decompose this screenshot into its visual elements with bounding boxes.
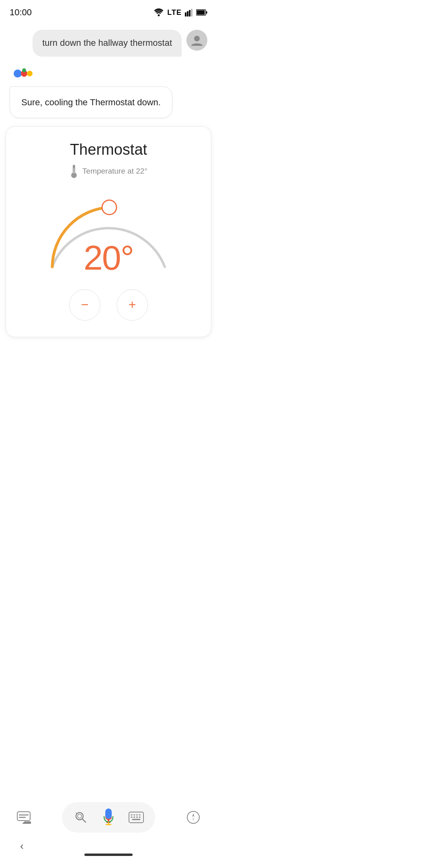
status-icons: LTE (154, 8, 207, 17)
svg-point-0 (158, 14, 160, 16)
thermostat-title: Thermostat (70, 141, 147, 158)
google-logo (11, 65, 37, 82)
user-avatar (186, 30, 207, 51)
svg-rect-1 (185, 12, 186, 16)
assistant-bubble: Sure, cooling the Thermostat down. (10, 86, 172, 118)
increase-temp-button[interactable]: + (117, 289, 148, 321)
thermostat-controls: − + (69, 289, 148, 321)
svg-rect-7 (206, 11, 207, 14)
assistant-message-row: Sure, cooling the Thermostat down. (10, 65, 207, 118)
decrease-temp-button[interactable]: − (69, 289, 100, 321)
temp-label-text: Temperature at 22° (82, 167, 147, 176)
user-bubble: turn down the hallway thermostat (33, 30, 182, 57)
status-time: 10:00 (10, 7, 32, 18)
svg-point-8 (194, 36, 200, 41)
svg-rect-2 (187, 11, 188, 16)
lte-label: LTE (167, 8, 182, 17)
svg-rect-4 (191, 9, 192, 16)
battery-icon (196, 9, 207, 16)
svg-point-11 (27, 71, 33, 76)
svg-point-16 (102, 200, 117, 215)
thermometer-icon (70, 164, 78, 178)
svg-rect-3 (189, 10, 190, 16)
dial-container: 20° (40, 186, 177, 275)
user-message-row: turn down the hallway thermostat (10, 30, 207, 57)
chat-area: turn down the hallway thermostat Sure, c… (0, 22, 217, 126)
user-avatar-icon (190, 34, 203, 47)
signal-icon (185, 8, 193, 16)
google-assistant-dots (11, 65, 37, 82)
svg-point-9 (14, 70, 22, 78)
temp-display: 20° (84, 240, 133, 275)
svg-point-12 (22, 68, 26, 72)
svg-rect-15 (73, 168, 75, 174)
thermostat-card: Thermostat Temperature at 22° 20° − + (6, 126, 211, 337)
wifi-icon (154, 8, 164, 16)
svg-rect-6 (197, 10, 205, 15)
thermostat-temp-label: Temperature at 22° (70, 164, 147, 178)
status-bar: 10:00 LTE (0, 0, 217, 22)
